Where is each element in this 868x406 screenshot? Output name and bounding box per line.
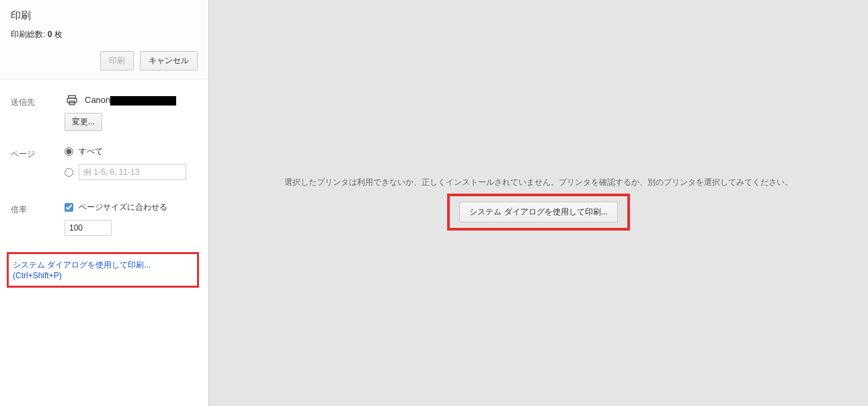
- pages-range-option[interactable]: [65, 164, 198, 180]
- fit-page-checkbox[interactable]: [65, 203, 73, 212]
- change-destination-button[interactable]: 変更...: [65, 113, 102, 131]
- preview-pane: 選択したプリンタは利用できないか、正しくインストールされていません。プリンタを確…: [209, 0, 868, 406]
- fit-page-label: ページサイズに合わせる: [79, 202, 167, 213]
- cancel-button[interactable]: キャンセル: [140, 51, 198, 71]
- printer-name: Canon: [85, 95, 176, 106]
- print-button[interactable]: 印刷: [100, 51, 134, 71]
- printer-name-prefix: Canon: [85, 95, 110, 105]
- svg-rect-1: [67, 98, 77, 103]
- pages-all-label: すべて: [79, 146, 103, 157]
- pages-range-radio[interactable]: [65, 168, 73, 177]
- destination-label: 送信先: [11, 94, 65, 108]
- dialog-title: 印刷: [11, 9, 198, 22]
- settings-block: 送信先 Canon 変更...: [0, 79, 208, 247]
- system-dialog-shortcut: (Ctrl+Shift+P): [13, 271, 193, 280]
- pages-all-option[interactable]: すべて: [65, 146, 198, 157]
- redacted-text: [110, 96, 176, 106]
- pages-all-radio[interactable]: [65, 147, 73, 156]
- pages-body: すべて: [65, 146, 198, 187]
- pages-row: ページ すべて: [11, 136, 198, 192]
- scale-label: 倍率: [11, 202, 65, 216]
- current-printer: Canon: [65, 94, 198, 106]
- print-header: 印刷 印刷総数: 0 枚 印刷 キャンセル: [0, 0, 208, 79]
- print-total-summary: 印刷総数: 0 枚: [11, 29, 198, 40]
- destination-body: Canon 変更...: [65, 94, 198, 131]
- system-dialog-button-highlight: システム ダイアログを使用して印刷...: [447, 194, 629, 231]
- print-settings-sidebar: 印刷 印刷総数: 0 枚 印刷 キャンセル 送信先: [0, 0, 209, 406]
- scale-value-input[interactable]: [65, 220, 112, 236]
- pages-range-input[interactable]: [79, 164, 186, 180]
- header-button-row: 印刷 キャンセル: [11, 51, 198, 71]
- pages-label: ページ: [11, 146, 65, 160]
- system-dialog-link[interactable]: システム ダイアログを使用して印刷...: [13, 259, 193, 271]
- summary-suffix: 枚: [52, 30, 62, 39]
- printer-error-message: 選択したプリンタは利用できないか、正しくインストールされていません。プリンタを確…: [284, 175, 793, 190]
- summary-prefix: 印刷総数:: [11, 30, 48, 39]
- scale-body: ページサイズに合わせる: [65, 202, 198, 236]
- system-dialog-highlight: システム ダイアログを使用して印刷... (Ctrl+Shift+P): [7, 252, 199, 288]
- printer-icon: [65, 94, 79, 106]
- destination-row: 送信先 Canon 変更...: [11, 85, 198, 136]
- scale-row: 倍率 ページサイズに合わせる: [11, 192, 198, 241]
- fit-page-option[interactable]: ページサイズに合わせる: [65, 202, 198, 213]
- system-dialog-button[interactable]: システム ダイアログを使用して印刷...: [459, 202, 617, 222]
